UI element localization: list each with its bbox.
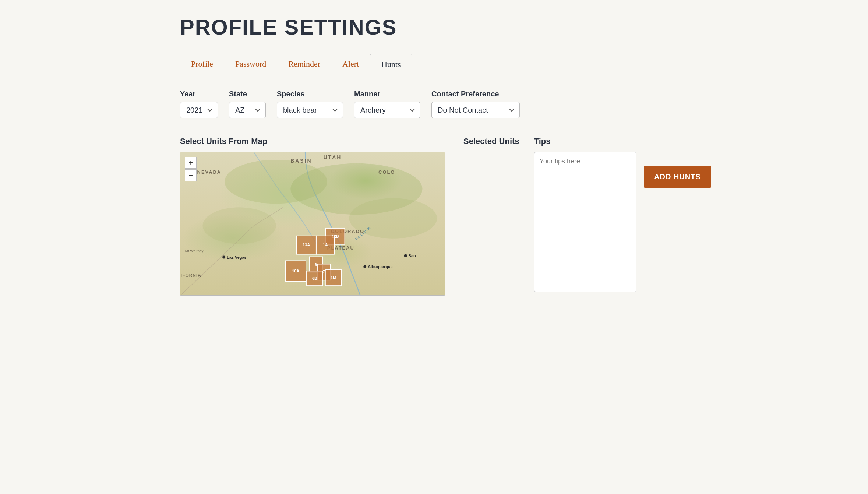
year-select[interactable]: 2021 2020 2022 2019 2023 [180,102,218,118]
species-label: Species [277,90,343,98]
tips-section: Tips ADD HUNTS [534,137,711,292]
contact-preference-select[interactable]: Do Not Contact Email Phone Text [431,102,520,118]
tab-hunts[interactable]: Hunts [370,54,412,75]
content-area: Select Units From Map [180,137,688,296]
tab-profile[interactable]: Profile [180,54,224,75]
map-terrain [180,152,445,295]
tab-password[interactable]: Password [224,54,277,75]
species-select[interactable]: black bear elk deer antelope mountain li… [277,102,343,118]
filters-row: Year 2021 2020 2022 2019 2023 State AZ C… [180,90,688,118]
tab-reminder[interactable]: Reminder [277,54,331,75]
zoom-out-button[interactable]: − [185,169,197,181]
state-select[interactable]: AZ CO NM NV UT CA [229,102,266,118]
page-container: PROFILE SETTINGS Profile Password Remind… [158,0,710,310]
tips-textarea[interactable] [534,152,636,292]
selected-units-section: Selected Units [463,137,519,152]
map-section-heading: Select Units From Map [180,137,445,146]
manner-label: Manner [354,90,420,98]
selected-units-heading: Selected Units [463,137,519,146]
species-filter-group: Species black bear elk deer antelope mou… [277,90,343,118]
add-hunts-button[interactable]: ADD HUNTS [644,166,711,188]
map-background: BASIN UTAH NEVADA COLO COLORADO PLATEAU … [180,152,445,295]
tabs-container: Profile Password Reminder Alert Hunts [180,54,688,75]
contact-preference-filter-group: Contact Preference Do Not Contact Email … [431,90,520,118]
state-filter-group: State AZ CO NM NV UT CA [229,90,266,118]
manner-filter-group: Manner Archery Rifle Muzzleloader Any [354,90,420,118]
page-title: PROFILE SETTINGS [180,15,688,39]
manner-select[interactable]: Archery Rifle Muzzleloader Any [354,102,420,118]
right-sections: Selected Units Tips ADD HUNTS [463,137,711,292]
map-section: Select Units From Map [180,137,445,296]
tips-and-button-row: ADD HUNTS [534,152,711,292]
tips-heading: Tips [534,137,711,146]
tab-alert[interactable]: Alert [331,54,370,75]
year-filter-group: Year 2021 2020 2022 2019 2023 [180,90,218,118]
map-wrapper[interactable]: BASIN UTAH NEVADA COLO COLORADO PLATEAU … [180,152,445,296]
state-label: State [229,90,266,98]
contact-preference-label: Contact Preference [431,90,520,98]
year-label: Year [180,90,218,98]
zoom-in-button[interactable]: + [185,157,197,169]
map-zoom-controls: + − [185,157,197,181]
